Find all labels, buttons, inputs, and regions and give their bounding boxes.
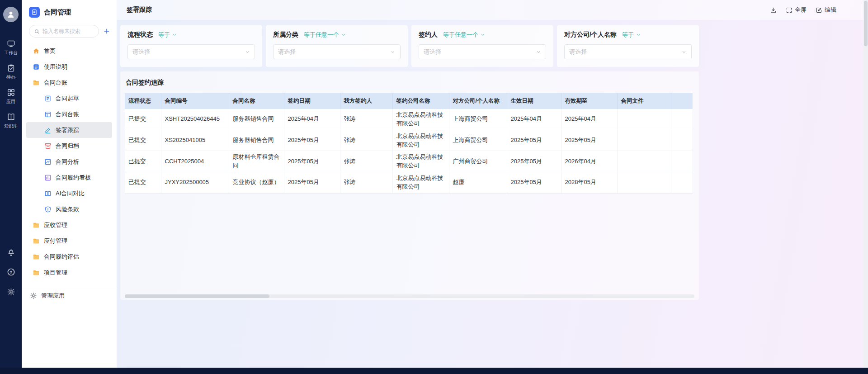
compare-icon — [44, 190, 52, 197]
filter-operator[interactable]: 等于 — [622, 31, 641, 39]
manage-apps-button[interactable]: 管理应用 — [22, 286, 117, 305]
filter-select-counterparty[interactable]: 请选择 — [564, 44, 692, 59]
horizontal-scrollbar-thumb[interactable] — [125, 294, 269, 298]
sidebar-item-contract-analysis[interactable]: 合同分析 — [26, 154, 112, 170]
rail-item-apps[interactable]: 应用 — [6, 88, 15, 105]
filter-card-signatory: 签约人等于任意一个请选择 — [411, 25, 553, 67]
left-rail: 工作台待办应用知识库 ? — [0, 0, 22, 368]
sidebar-item-contract-ledger-group[interactable]: 合同台账 — [26, 75, 112, 90]
plus-icon — [103, 28, 110, 35]
table-cell: 竞业协议（赵廉） — [229, 172, 284, 194]
table-cell: 2025年05月 — [507, 130, 561, 151]
topbar-actions: 全屏 编辑 — [770, 6, 836, 14]
filter-label: 流程状态 — [127, 31, 153, 39]
gear-icon — [30, 292, 37, 299]
content: 流程状态等于请选择所属分类等于任意一个请选择签约人等于任意一个请选择对方公司/个… — [117, 20, 868, 300]
rail-item-workbench[interactable]: 工作台 — [4, 39, 18, 56]
table-cell: 2025年05月 — [284, 172, 340, 194]
edit-button[interactable]: 编辑 — [816, 6, 836, 14]
table-row[interactable]: 已提交XSHT202504026445服务器销售合同2025年04月张涛北京易点… — [125, 109, 693, 130]
sidebar-item-contract-archive[interactable]: 合同归档 — [26, 138, 112, 154]
table-cell-blank — [671, 130, 693, 151]
table-cell: 2025年04月 — [561, 109, 617, 130]
column-header: 合同文件 — [617, 93, 671, 109]
sidebar-menu: 首页使用说明合同台账合同起草合同台账签署跟踪合同归档合同分析合同履约看板AI合同… — [22, 41, 117, 280]
sidebar-item-contract-ledger[interactable]: 合同台账 — [26, 106, 112, 122]
rail-item-label: 工作台 — [4, 50, 18, 56]
table-cell — [617, 130, 671, 151]
table-row[interactable]: 已提交CCHT2025004原材料仓库租赁合同2025年05月张涛北京易点易动科… — [125, 151, 693, 172]
fullscreen-label: 全屏 — [795, 6, 807, 14]
table-cell: CCHT2025004 — [161, 151, 229, 172]
filter-head: 签约人等于任意一个 — [419, 31, 546, 39]
filter-placeholder: 请选择 — [132, 48, 245, 56]
risk-icon — [44, 206, 52, 213]
table-cell: 2028年05月 — [561, 172, 617, 194]
table-cell: 已提交 — [125, 130, 161, 151]
table-cell: 2025年05月 — [561, 130, 617, 151]
filter-operator[interactable]: 等于任意一个 — [443, 31, 486, 39]
add-button[interactable] — [103, 28, 110, 35]
sidebar-item-sign-tracking[interactable]: 签署跟踪 — [26, 122, 112, 138]
bell-icon[interactable] — [7, 248, 15, 256]
settings-icon[interactable] — [7, 288, 15, 296]
table-cell — [617, 151, 671, 172]
column-header-blank — [671, 93, 693, 109]
filter-operator[interactable]: 等于任意一个 — [304, 31, 346, 39]
vertical-scrollbar-thumb[interactable] — [864, 1, 868, 46]
sidebar-item-receivables[interactable]: 应收管理 — [26, 217, 112, 233]
download-icon — [770, 7, 777, 14]
filter-bar: 流程状态等于请选择所属分类等于任意一个请选择签约人等于任意一个请选择对方公司/个… — [120, 25, 868, 67]
help-icon[interactable]: ? — [7, 268, 15, 276]
sidebar-item-label: 项目管理 — [44, 269, 67, 277]
rail-nav: 工作台待办应用知识库 — [4, 39, 18, 129]
download-button[interactable] — [770, 7, 777, 14]
table-cell: XS2025041005 — [161, 130, 229, 151]
table-cell: 2026年04月 — [561, 151, 617, 172]
search-input[interactable]: 输入名称来搜索 — [29, 25, 99, 38]
sidebar-item-performance-board[interactable]: 合同履约看板 — [26, 170, 112, 185]
table-cell: 张涛 — [340, 172, 392, 194]
app-title: 合同管理 — [44, 8, 71, 17]
table-cell: 2025年05月 — [507, 172, 561, 194]
sidebar-item-performance-eval[interactable]: 合同履约评估 — [26, 249, 112, 265]
kanban-icon — [44, 174, 52, 181]
topbar: 签署跟踪 全屏 编辑 — [117, 0, 868, 20]
contracts-table: 流程状态合同编号合同名称签约日期我方签约人签约公司名称对方公司/个人名称生效日期… — [125, 93, 693, 194]
edit-icon — [816, 7, 822, 14]
fullscreen-button[interactable]: 全屏 — [786, 6, 807, 14]
sidebar-item-risk-clauses[interactable]: 风险条款 — [26, 201, 112, 217]
apps-icon — [7, 88, 15, 97]
filter-card-category: 所属分类等于任意一个请选择 — [266, 25, 408, 67]
sidebar-item-contract-draft[interactable]: 合同起草 — [26, 90, 112, 106]
table-cell: 上海商贸公司 — [449, 109, 507, 130]
filter-operator[interactable]: 等于 — [158, 31, 177, 39]
folder-icon — [33, 269, 40, 276]
filter-select-category[interactable]: 请选择 — [273, 44, 401, 59]
sidebar-item-instructions[interactable]: 使用说明 — [26, 59, 112, 75]
table-row[interactable]: 已提交XS2025041005服务器销售合同2025年05月张涛北京易点易动科技… — [125, 130, 693, 151]
sidebar-item-label: 使用说明 — [44, 63, 67, 71]
avatar[interactable] — [3, 7, 19, 22]
rail-item-todo[interactable]: 待办 — [6, 64, 15, 80]
table-cell: 张涛 — [340, 151, 392, 172]
home-icon — [33, 47, 40, 55]
filter-label: 所属分类 — [273, 31, 298, 39]
sidebar-item-project-mgmt[interactable]: 项目管理 — [26, 265, 112, 280]
sidebar-item-payables[interactable]: 应付管理 — [26, 233, 112, 249]
table-cell: 已提交 — [125, 109, 161, 130]
chevron-icon — [341, 32, 346, 38]
sidebar-item-label: 首页 — [44, 47, 56, 55]
table-cell: 2025年04月 — [507, 109, 561, 130]
filter-select-process-status[interactable]: 请选择 — [127, 44, 255, 59]
vertical-scrollbar[interactable] — [863, 0, 868, 368]
table-cell: 2025年04月 — [284, 109, 340, 130]
sidebar-item-home[interactable]: 首页 — [26, 43, 112, 59]
horizontal-scrollbar[interactable] — [125, 294, 694, 298]
rail-item-knowledge[interactable]: 知识库 — [4, 113, 18, 129]
column-header: 合同编号 — [161, 93, 229, 109]
sidebar-item-ai-contract-compare[interactable]: AI合同对比 — [26, 185, 112, 201]
table-row[interactable]: 已提交JYXY202500005竞业协议（赵廉）2025年05月张涛北京易点易动… — [125, 172, 693, 194]
section-title: 合同签约追踪 — [125, 78, 694, 93]
filter-select-signatory[interactable]: 请选择 — [419, 44, 546, 59]
